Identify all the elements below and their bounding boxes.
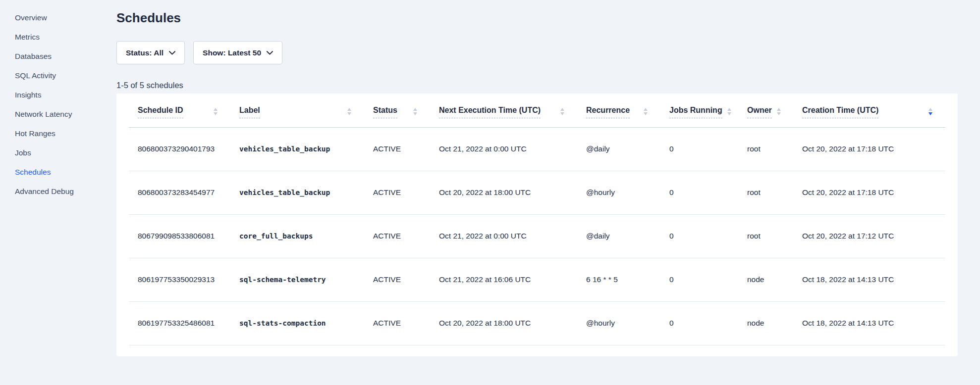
cell-owner: node — [738, 301, 793, 345]
schedules-table: Schedule IDLabelStatusNext Execution Tim… — [129, 94, 945, 345]
sort-arrows-icon — [342, 108, 351, 115]
sort-arrows-icon — [209, 108, 218, 115]
sidebar-item-metrics[interactable]: Metrics — [15, 32, 116, 42]
cell-owner: root — [738, 171, 793, 214]
table-row: 806800373290401793vehicles_table_backupA… — [129, 127, 945, 171]
sidebar-item-network-latency[interactable]: Network Latency — [15, 109, 116, 119]
sidebar: OverviewMetricsDatabasesSQL ActivityInsi… — [0, 0, 116, 385]
cell-jobs-running: 0 — [660, 258, 738, 301]
cell-recurrence: @daily — [577, 127, 660, 171]
column-header-label: Recurrence — [586, 105, 630, 118]
cell-status: ACTIVE — [364, 258, 430, 301]
cell-label: sql-stats-compaction — [230, 301, 364, 345]
column-header-status[interactable]: Status — [364, 94, 430, 127]
cell-schedule-id: 806800373290401793 — [129, 127, 230, 171]
chevron-down-icon — [169, 51, 175, 55]
cell-label: sql-schema-telemetry — [230, 258, 364, 301]
cell-recurrence: @hourly — [577, 301, 660, 345]
cell-status: ACTIVE — [364, 127, 430, 171]
table-row: 806197753325486081sql-stats-compactionAC… — [129, 301, 945, 345]
sort-arrows-icon — [408, 108, 417, 115]
sort-arrows-icon — [772, 108, 781, 115]
schedules-table-card: Schedule IDLabelStatusNext Execution Tim… — [116, 94, 958, 356]
cell-label: vehicles_table_backup — [230, 127, 364, 171]
cell-schedule-id: 806800373283454977 — [129, 171, 230, 214]
table-body: 806800373290401793vehicles_table_backupA… — [129, 127, 945, 345]
cell-jobs-running: 0 — [660, 301, 738, 345]
sidebar-item-insights[interactable]: Insights — [15, 90, 116, 100]
column-header-label: Schedule ID — [138, 105, 183, 118]
cell-owner: root — [738, 214, 793, 258]
sidebar-item-hot-ranges[interactable]: Hot Ranges — [15, 129, 116, 139]
cell-recurrence: @daily — [577, 214, 660, 258]
sort-arrows-icon — [924, 108, 932, 115]
sort-arrows-icon — [555, 108, 564, 115]
cell-owner: root — [738, 127, 793, 171]
sidebar-item-databases[interactable]: Databases — [15, 51, 116, 61]
column-header-owner[interactable]: Owner — [738, 94, 793, 127]
cell-schedule-id: 806799098533806081 — [129, 214, 230, 258]
cell-jobs-running: 0 — [660, 171, 738, 214]
cell-label: vehicles_table_backup — [230, 171, 364, 214]
column-header-label: Owner — [747, 105, 772, 118]
cell-creation-time: Oct 20, 2022 at 17:18 UTC — [793, 171, 945, 214]
cell-schedule-id: 806197753325486081 — [129, 301, 230, 345]
column-header-schedule-id[interactable]: Schedule ID — [129, 94, 230, 127]
cell-creation-time: Oct 18, 2022 at 14:13 UTC — [793, 301, 945, 345]
status-filter-dropdown[interactable]: Status: All — [116, 41, 185, 64]
cell-creation-time: Oct 20, 2022 at 17:18 UTC — [793, 127, 945, 171]
column-header-label: Next Execution Time (UTC) — [439, 105, 541, 118]
status-filter-label: Status: All — [126, 48, 163, 57]
filters-bar: Status: All Show: Latest 50 — [116, 41, 958, 64]
cell-owner: node — [738, 258, 793, 301]
column-header-next-execution-time-utc[interactable]: Next Execution Time (UTC) — [430, 94, 577, 127]
cell-recurrence: 6 16 * * 5 — [577, 258, 660, 301]
column-header-creation-time-utc[interactable]: Creation Time (UTC) — [793, 94, 945, 127]
cell-jobs-running: 0 — [660, 127, 738, 171]
sidebar-item-overview[interactable]: Overview — [15, 13, 116, 23]
column-header-label: Label — [239, 105, 260, 118]
column-header-recurrence[interactable]: Recurrence — [577, 94, 660, 127]
cell-recurrence: @hourly — [577, 171, 660, 214]
column-header-label: Status — [373, 105, 397, 118]
page-title: Schedules — [116, 10, 958, 26]
cell-next-execution-time: Oct 21, 2022 at 0:00 UTC — [430, 127, 577, 171]
cell-status: ACTIVE — [364, 301, 430, 345]
cell-next-execution-time: Oct 21, 2022 at 0:00 UTC — [430, 214, 577, 258]
table-row: 806799098533806081core_full_backupsACTIV… — [129, 214, 945, 258]
show-filter-label: Show: Latest 50 — [203, 48, 261, 57]
sidebar-item-sql-activity[interactable]: SQL Activity — [15, 71, 116, 81]
cell-label: core_full_backups — [230, 214, 364, 258]
cell-status: ACTIVE — [364, 171, 430, 214]
chevron-down-icon — [267, 51, 273, 55]
cell-next-execution-time: Oct 21, 2022 at 16:06 UTC — [430, 258, 577, 301]
sidebar-item-advanced-debug[interactable]: Advanced Debug — [15, 187, 116, 196]
cell-schedule-id: 806197753350029313 — [129, 258, 230, 301]
column-header-label: Creation Time (UTC) — [802, 105, 878, 118]
table-row: 806197753350029313sql-schema-telemetryAC… — [129, 258, 945, 301]
cell-next-execution-time: Oct 20, 2022 at 18:00 UTC — [430, 171, 577, 214]
cell-jobs-running: 0 — [660, 214, 738, 258]
sort-arrows-icon — [639, 108, 648, 115]
table-header-row: Schedule IDLabelStatusNext Execution Tim… — [129, 94, 945, 127]
sidebar-nav-list: OverviewMetricsDatabasesSQL ActivityInsi… — [15, 13, 116, 196]
sort-arrows-icon — [722, 108, 731, 115]
column-header-label: Jobs Running — [669, 105, 722, 118]
sidebar-item-schedules[interactable]: Schedules — [15, 167, 116, 177]
sidebar-item-jobs[interactable]: Jobs — [15, 148, 116, 158]
column-header-label[interactable]: Label — [230, 94, 364, 127]
column-header-jobs-running[interactable]: Jobs Running — [660, 94, 738, 127]
cell-creation-time: Oct 20, 2022 at 17:12 UTC — [793, 214, 945, 258]
results-summary: 1-5 of 5 schedules — [116, 80, 958, 90]
cell-status: ACTIVE — [364, 214, 430, 258]
main-content: Schedules Status: All Show: Latest 50 1-… — [116, 0, 980, 385]
table-row: 806800373283454977vehicles_table_backupA… — [129, 171, 945, 214]
show-filter-dropdown[interactable]: Show: Latest 50 — [193, 41, 282, 64]
cell-next-execution-time: Oct 20, 2022 at 18:00 UTC — [430, 301, 577, 345]
app-root: OverviewMetricsDatabasesSQL ActivityInsi… — [0, 0, 980, 385]
cell-creation-time: Oct 18, 2022 at 14:13 UTC — [793, 258, 945, 301]
